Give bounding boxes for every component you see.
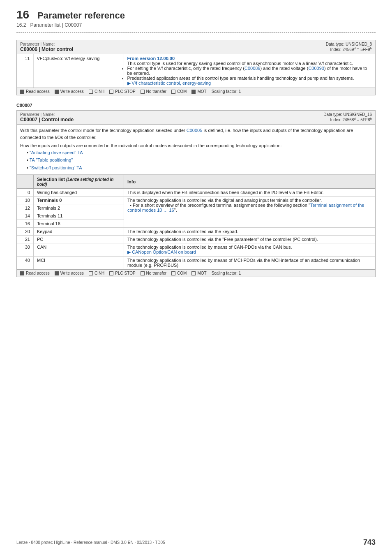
check-mot-c7 (191, 271, 196, 275)
sel-table-body: 0 Wiring has changed This is displayed w… (17, 189, 375, 269)
param-table-c00006: 11 VFCplusEco: V/f energy-saving From ve… (17, 54, 375, 88)
param-box-c00007: Parameter | Name: C00007 | Control mode … (16, 110, 376, 277)
sel-header-row: Selection list (Lenze setting printed in… (17, 175, 375, 189)
version-text: From version 12.00.00 (127, 56, 372, 61)
desc-text: This control type is used for energy-sav… (127, 61, 372, 66)
check-cinh (89, 90, 93, 94)
sel-row-40: 40 MCI The technology application is con… (17, 257, 375, 269)
sel-row-21: 21 PC The technology application is cont… (17, 236, 375, 243)
chapter-title: Parameter reference (37, 10, 125, 21)
param-label-c00007: Parameter | Name: (20, 112, 74, 117)
chapter-header: 16 Parameter reference (16, 8, 376, 21)
sel-label-12: Terminals 2 (34, 204, 124, 212)
param-header-c00006: Parameter | Name: C00006 | Motor control… (17, 40, 375, 54)
footer-read: Read access (20, 89, 50, 94)
sel-num-0: 0 (17, 189, 34, 197)
footer-plcstop-c7: PLC STOP (109, 271, 135, 275)
param-footer-c00006: Read access Write access CINH PLC STOP N… (17, 88, 375, 95)
sel-label-20: Keypad (34, 228, 124, 236)
sel-label-16: Terminal 16 (34, 220, 124, 228)
arrow-link-vf: V/f characteristic control, energy-savin… (127, 81, 372, 86)
check-cinh-c7 (89, 271, 93, 275)
sel-row-10: 10 Terminals 0 The technology applicatio… (17, 197, 375, 204)
param-footer-c00007: Read access Write access CINH PLC STOP N… (17, 269, 375, 277)
desc-intro: With this parameter the control mode for… (20, 127, 372, 141)
link-canopen[interactable]: CANopen Option/CAN on board (127, 250, 196, 254)
sel-info-0: This is displayed when the FB interconne… (124, 189, 375, 197)
footer-scaling-c7: Scaling factor: 1 (212, 271, 241, 275)
sel-num-21: 21 (17, 236, 34, 243)
desc-bullet-intro: How the inputs and outputs are connected… (20, 142, 372, 149)
footer-cinh: CINH (89, 89, 104, 94)
bullet2: Predestinated application areas of this … (127, 76, 372, 81)
sel-label-40: MCI (34, 257, 124, 269)
footer-notransfer-c7: No transfer (141, 271, 166, 275)
sel-info-20: The technology application is controlled… (124, 228, 375, 236)
sel-num-10: 10 (17, 197, 34, 204)
footer-plcstop: PLC STOP (109, 89, 135, 94)
sel-label-14: Terminals 11 (34, 212, 124, 220)
sel-info-terminals: The technology application is controlled… (124, 197, 375, 228)
sel-row-30: 30 CAN The technology application is con… (17, 243, 375, 257)
row-info: From version 12.00.00 This control type … (124, 54, 375, 88)
row-num: 11 (17, 54, 33, 88)
link-terminal-assignment[interactable]: Terminal assignment of the control modes… (127, 203, 364, 213)
check-read (20, 90, 24, 94)
link-c00005[interactable]: C00005 (187, 128, 203, 133)
link-switchoff: "Switch-off positioning" TA (27, 164, 372, 171)
c00007-description: With this parameter the control mode for… (17, 125, 375, 175)
footer-write-c7: Write access (55, 271, 84, 275)
link-table: TA "Table positioning" (27, 157, 372, 164)
row-label: VFCplusEco: V/f energy-saving (33, 54, 124, 88)
check-write-c7 (55, 271, 59, 275)
sel-num-16: 16 (17, 220, 34, 228)
footer-write: Write access (55, 89, 84, 94)
link-actuating: "Actuating drive speed" TA (27, 149, 372, 156)
section-divider (16, 32, 376, 32)
subchapter: 16.2 Parameter list | C00007 (16, 22, 376, 28)
param-box-c00006: Parameter | Name: C00006 | Motor control… (16, 40, 376, 95)
sel-info-30: The technology application is controlled… (124, 243, 375, 257)
check-plcstop (109, 90, 113, 94)
sel-row-20: 20 Keypad The technology application is … (17, 228, 375, 236)
param-id-c00006: C00006 | Motor control (20, 46, 73, 52)
sel-row-0: 0 Wiring has changed This is displayed w… (17, 189, 375, 197)
check-notransfer (141, 90, 145, 94)
c00007-section-label: C00007 (16, 103, 376, 108)
footer-notransfer: No transfer (141, 89, 166, 94)
link-c00090[interactable]: C00090 (308, 66, 324, 71)
footer-scaling: Scaling factor: 1 (212, 89, 241, 94)
footer-read-c7: Read access (20, 271, 50, 275)
chapter-number: 16 (16, 8, 29, 21)
check-com (171, 90, 175, 94)
footer-com-c7: COM (171, 271, 187, 275)
check-mot (191, 90, 196, 94)
sel-info-21: The technology application is controlled… (124, 236, 375, 243)
page-footer: Lenze · 8400 protec HighLine · Reference… (0, 538, 392, 547)
footer-mot-c7: MOT (191, 271, 206, 275)
param-row-11: 11 VFCplusEco: V/f energy-saving From ve… (17, 54, 375, 88)
footer-com: COM (171, 89, 187, 94)
sel-col-label-header: Selection list (Lenze setting printed in… (34, 175, 124, 189)
footer-cinh-c7: CINH (89, 271, 104, 275)
bullet1: For setting the V/f characteristic, only… (127, 66, 372, 76)
check-plcstop-c7 (109, 271, 113, 275)
desc-links-list: "Actuating drive speed" TA TA "Table pos… (20, 149, 372, 171)
link-c00089[interactable]: C00089 (244, 66, 261, 71)
check-notransfer-c7 (141, 271, 145, 275)
param-label: Parameter | Name: (20, 42, 73, 46)
param-id-c00007: C00007 | Control mode (20, 117, 74, 123)
sel-info-40: The technology application is controlled… (124, 257, 375, 269)
sel-num-30: 30 (17, 243, 34, 257)
sel-num-12: 12 (17, 204, 34, 212)
sel-label-0: Wiring has changed (34, 189, 124, 197)
sel-label-10: Terminals 0 (34, 197, 124, 204)
selection-list-table: Selection list (Lenze setting printed in… (17, 175, 375, 269)
footer-left: Lenze · 8400 protec HighLine · Reference… (16, 540, 165, 545)
param-header-c00007: Parameter | Name: C00007 | Control mode … (17, 111, 375, 125)
footer-mot: MOT (191, 89, 206, 94)
sel-label-21: PC (34, 236, 124, 243)
desc-bullets: For setting the V/f characteristic, only… (127, 66, 372, 81)
check-read-c7 (20, 271, 24, 275)
sel-label-30: CAN (34, 243, 124, 257)
